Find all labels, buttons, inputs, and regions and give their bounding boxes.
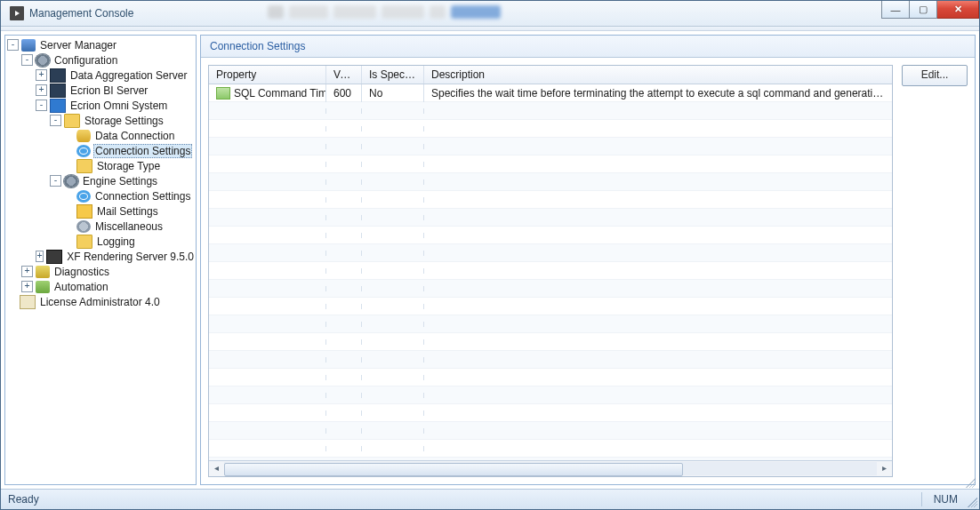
table-row bbox=[209, 155, 892, 173]
scroll-right-icon[interactable]: ▸ bbox=[877, 461, 892, 476]
tree-item-ecrion-omni[interactable]: - Ecrion Omni System bbox=[5, 98, 196, 113]
tree-item-logging[interactable]: . Logging bbox=[5, 234, 196, 249]
maximize-button[interactable]: ▢ bbox=[910, 1, 937, 19]
statusbar: Ready NUM bbox=[1, 489, 979, 509]
gear-icon bbox=[76, 220, 91, 233]
table-row bbox=[209, 209, 892, 227]
table-row bbox=[209, 102, 892, 120]
server-cube-icon bbox=[50, 84, 66, 98]
expand-icon[interactable]: + bbox=[21, 281, 33, 292]
expand-icon[interactable]: + bbox=[36, 69, 47, 81]
expand-icon[interactable]: + bbox=[36, 84, 47, 96]
nav-tree: - Server Manager - Configuration bbox=[5, 37, 196, 309]
close-button[interactable]: ✕ bbox=[937, 1, 979, 19]
collapse-icon[interactable]: - bbox=[21, 54, 33, 66]
window-controls: — ▢ ✕ bbox=[881, 1, 979, 19]
tree-label: Data Connection bbox=[93, 130, 176, 142]
tree-label: Ecrion BI Server bbox=[68, 84, 149, 97]
server-cube-icon bbox=[46, 250, 62, 264]
status-divider bbox=[921, 492, 922, 506]
tree-label: Engine Settings bbox=[81, 175, 159, 187]
tree-label: Connection Settings bbox=[93, 190, 192, 203]
col-value[interactable]: Value bbox=[326, 66, 362, 84]
property-icon bbox=[216, 87, 230, 100]
scroll-left-icon[interactable]: ◂ bbox=[209, 461, 224, 476]
tree-pane[interactable]: - Server Manager - Configuration bbox=[4, 35, 197, 485]
tree-item-storage-type[interactable]: . Storage Type bbox=[5, 158, 196, 173]
grid-body[interactable]: SQL Command Timeout600NoSpecifies the wa… bbox=[209, 84, 892, 460]
collapse-icon[interactable]: - bbox=[50, 115, 61, 126]
automation-icon bbox=[36, 281, 50, 293]
edit-button[interactable]: Edit... bbox=[902, 65, 968, 86]
gear-icon bbox=[64, 175, 78, 187]
server-cube-icon bbox=[50, 99, 66, 113]
table-row bbox=[209, 404, 892, 422]
server-icon bbox=[21, 39, 36, 52]
scroll-thumb[interactable] bbox=[224, 463, 683, 476]
gear-icon bbox=[36, 54, 50, 67]
toolbar-blurred bbox=[268, 5, 501, 19]
folder-icon bbox=[76, 235, 92, 249]
table-row bbox=[209, 386, 892, 404]
col-property[interactable]: Property bbox=[209, 66, 326, 84]
tree-item-storage-settings[interactable]: - Storage Settings bbox=[5, 113, 196, 128]
col-description[interactable]: Description bbox=[424, 66, 892, 84]
minimize-icon: — bbox=[891, 4, 901, 15]
minimize-button[interactable]: — bbox=[881, 1, 910, 19]
table-row bbox=[209, 227, 892, 244]
expand-icon[interactable]: + bbox=[21, 266, 33, 277]
app-window: Management Console — ▢ ✕ - Server Manage… bbox=[0, 0, 980, 510]
tree-item-ecrion-bi[interactable]: + Ecrion BI Server bbox=[5, 83, 196, 98]
table-row bbox=[209, 351, 892, 369]
tree-item-mail-settings[interactable]: . Mail Settings bbox=[5, 203, 196, 219]
tree-item-xf-rendering[interactable]: + XF Rendering Server 9.5.0 bbox=[5, 249, 196, 264]
titlebar[interactable]: Management Console — ▢ ✕ bbox=[1, 1, 979, 27]
tree-item-license-admin[interactable]: . License Administrator 4.0 bbox=[5, 294, 196, 309]
table-row bbox=[209, 262, 892, 280]
table-row[interactable]: SQL Command Timeout600NoSpecifies the wa… bbox=[209, 84, 892, 102]
collapse-icon[interactable]: - bbox=[50, 175, 61, 187]
table-row bbox=[209, 120, 892, 138]
tree-item-connection-settings[interactable]: . Connection Settings bbox=[5, 143, 196, 158]
resize-grip-icon[interactable] bbox=[963, 475, 976, 488]
table-row bbox=[209, 173, 892, 191]
maximize-icon: ▢ bbox=[919, 4, 928, 15]
tree-label: Logging bbox=[95, 235, 137, 248]
col-is-specified[interactable]: Is Specified bbox=[362, 66, 424, 84]
expand-icon[interactable]: + bbox=[36, 251, 44, 262]
property-grid: Property Value Is Specified Description … bbox=[208, 65, 893, 477]
mail-icon bbox=[76, 204, 92, 219]
statusbar-grip-icon[interactable] bbox=[965, 495, 977, 507]
tree-label: Server Manager bbox=[38, 39, 118, 52]
tree-item-engine-connection[interactable]: . Connection Settings bbox=[5, 188, 196, 203]
cell-description: Specifies the wait time before terminati… bbox=[424, 84, 892, 102]
tree-item-data-connection[interactable]: . Data Connection bbox=[5, 128, 196, 143]
folder-icon bbox=[76, 159, 92, 173]
scroll-track[interactable] bbox=[224, 462, 877, 475]
tree-item-engine-settings[interactable]: - Engine Settings bbox=[5, 173, 196, 188]
tree-item-miscellaneous[interactable]: . Miscellaneous bbox=[5, 219, 196, 234]
diagnostics-icon bbox=[36, 266, 50, 278]
tree-label: Mail Settings bbox=[95, 205, 160, 218]
tree-item-server-manager[interactable]: - Server Manager bbox=[5, 37, 196, 52]
tree-item-diagnostics[interactable]: + Diagnostics bbox=[5, 264, 196, 279]
app-icon bbox=[10, 6, 24, 20]
horizontal-scrollbar[interactable]: ◂ ▸ bbox=[209, 460, 892, 476]
cell-is-specified: No bbox=[362, 84, 424, 102]
collapse-icon[interactable]: - bbox=[7, 39, 19, 51]
database-icon bbox=[76, 130, 91, 142]
table-row bbox=[209, 298, 892, 315]
table-row bbox=[209, 280, 892, 298]
tree-label: XF Rendering Server 9.5.0 bbox=[65, 251, 196, 263]
collapse-icon[interactable]: - bbox=[36, 100, 47, 111]
table-row bbox=[209, 191, 892, 209]
server-cube-icon bbox=[50, 68, 66, 83]
status-numlock: NUM bbox=[934, 493, 958, 506]
action-panel: Edit... bbox=[902, 65, 968, 477]
tree-item-automation[interactable]: + Automation bbox=[5, 279, 196, 294]
tree-item-data-aggregation[interactable]: + Data Aggregation Server bbox=[5, 68, 196, 83]
tree-label: Diagnostics bbox=[52, 266, 111, 278]
panel-body: Property Value Is Specified Description … bbox=[201, 58, 975, 484]
tree-item-configuration[interactable]: - Configuration bbox=[5, 52, 196, 68]
tree-label: License Administrator 4.0 bbox=[38, 296, 162, 308]
